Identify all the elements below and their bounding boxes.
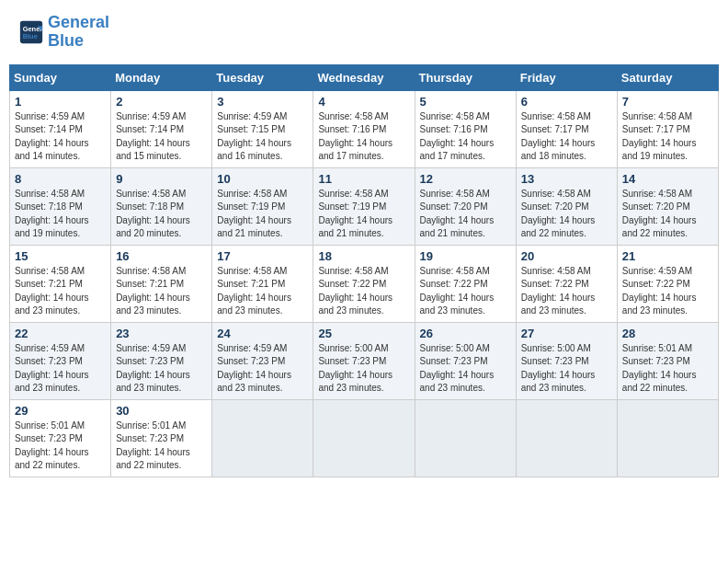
day-number: 3 — [217, 95, 308, 109]
daylight-minutes: and 22 minutes. — [116, 460, 181, 470]
day-info: Sunrise: 4:59 AM Sunset: 7:14 PM Dayligh… — [116, 110, 207, 164]
day-number: 30 — [116, 404, 207, 418]
calendar-cell — [617, 399, 718, 477]
daylight-label: Daylight: 14 hours — [622, 370, 697, 380]
sunrise-label: Sunrise: 4:58 AM — [622, 111, 692, 121]
logo-icon: General Blue — [18, 19, 44, 45]
weekday-wednesday: Wednesday — [313, 64, 415, 90]
weekday-saturday: Saturday — [617, 64, 718, 90]
sunrise-label: Sunrise: 4:58 AM — [217, 266, 287, 276]
sunset-label: Sunset: 7:18 PM — [15, 201, 83, 212]
daylight-minutes: and 23 minutes. — [420, 305, 485, 316]
week-row-5: 29 Sunrise: 5:01 AM Sunset: 7:23 PM Dayl… — [10, 399, 719, 477]
calendar-cell: 20 Sunrise: 4:58 AM Sunset: 7:22 PM Dayl… — [516, 245, 617, 322]
daylight-minutes: and 22 minutes. — [622, 228, 688, 238]
calendar-cell: 8 Sunrise: 4:58 AM Sunset: 7:18 PM Dayli… — [10, 167, 111, 245]
daylight-minutes: and 17 minutes. — [318, 151, 383, 161]
sunset-label: Sunset: 7:23 PM — [116, 356, 184, 366]
sunset-label: Sunset: 7:17 PM — [521, 124, 589, 134]
day-number: 16 — [116, 249, 207, 263]
calendar-cell: 23 Sunrise: 4:59 AM Sunset: 7:23 PM Dayl… — [111, 322, 212, 399]
sunset-label: Sunset: 7:23 PM — [318, 356, 386, 366]
calendar-cell: 19 Sunrise: 4:58 AM Sunset: 7:22 PM Dayl… — [415, 245, 516, 322]
daylight-label: Daylight: 14 hours — [420, 138, 495, 148]
day-info: Sunrise: 4:58 AM Sunset: 7:18 PM Dayligh… — [15, 188, 106, 241]
day-info: Sunrise: 4:58 AM Sunset: 7:16 PM Dayligh… — [420, 110, 511, 164]
sunrise-label: Sunrise: 4:58 AM — [116, 266, 186, 276]
day-number: 14 — [622, 172, 713, 186]
day-number: 28 — [622, 327, 713, 340]
page-header: General Blue GeneralBlue — [9, 9, 719, 55]
sunset-label: Sunset: 7:21 PM — [15, 279, 83, 289]
sunrise-label: Sunrise: 5:01 AM — [116, 420, 186, 431]
sunrise-label: Sunrise: 4:58 AM — [420, 189, 490, 199]
sunset-label: Sunset: 7:14 PM — [116, 124, 184, 134]
svg-text:Blue: Blue — [23, 32, 38, 40]
day-number: 21 — [622, 249, 713, 263]
calendar-body: 1 Sunrise: 4:59 AM Sunset: 7:14 PM Dayli… — [10, 90, 719, 477]
daylight-minutes: and 15 minutes. — [116, 151, 181, 161]
sunset-label: Sunset: 7:20 PM — [622, 201, 690, 212]
day-number: 29 — [15, 404, 106, 418]
sunrise-label: Sunrise: 5:01 AM — [622, 343, 692, 353]
day-info: Sunrise: 4:58 AM Sunset: 7:18 PM Dayligh… — [116, 188, 207, 241]
daylight-label: Daylight: 14 hours — [318, 138, 392, 148]
day-info: Sunrise: 4:58 AM Sunset: 7:22 PM Dayligh… — [521, 265, 612, 318]
weekday-header-row: SundayMondayTuesdayWednesdayThursdayFrid… — [10, 64, 719, 90]
sunrise-label: Sunrise: 4:58 AM — [318, 111, 388, 121]
weekday-friday: Friday — [516, 64, 617, 90]
day-number: 20 — [521, 249, 612, 263]
day-number: 6 — [521, 95, 612, 109]
daylight-label: Daylight: 14 hours — [116, 215, 190, 225]
daylight-minutes: and 21 minutes. — [420, 228, 485, 238]
day-number: 25 — [318, 327, 409, 340]
day-info: Sunrise: 4:58 AM Sunset: 7:20 PM Dayligh… — [622, 188, 713, 241]
day-number: 23 — [116, 327, 207, 340]
calendar-cell: 29 Sunrise: 5:01 AM Sunset: 7:23 PM Dayl… — [10, 399, 111, 477]
calendar-cell: 16 Sunrise: 4:58 AM Sunset: 7:21 PM Dayl… — [111, 245, 212, 322]
calendar-cell: 9 Sunrise: 4:58 AM Sunset: 7:18 PM Dayli… — [111, 167, 212, 245]
day-info: Sunrise: 4:58 AM Sunset: 7:19 PM Dayligh… — [217, 188, 308, 241]
sunrise-label: Sunrise: 4:59 AM — [116, 111, 186, 121]
day-number: 11 — [318, 172, 409, 186]
sunrise-label: Sunrise: 4:58 AM — [521, 266, 591, 276]
daylight-minutes: and 23 minutes. — [622, 305, 688, 316]
sunset-label: Sunset: 7:16 PM — [420, 124, 488, 134]
daylight-label: Daylight: 14 hours — [217, 370, 291, 380]
sunrise-label: Sunrise: 5:00 AM — [521, 343, 591, 353]
day-info: Sunrise: 5:01 AM Sunset: 7:23 PM Dayligh… — [622, 342, 713, 396]
daylight-minutes: and 17 minutes. — [420, 151, 485, 161]
daylight-label: Daylight: 14 hours — [217, 215, 291, 225]
sunrise-label: Sunrise: 4:58 AM — [318, 266, 388, 276]
day-info: Sunrise: 4:58 AM Sunset: 7:17 PM Dayligh… — [521, 110, 612, 164]
sunrise-label: Sunrise: 4:58 AM — [521, 111, 591, 121]
week-row-3: 15 Sunrise: 4:58 AM Sunset: 7:21 PM Dayl… — [10, 245, 719, 322]
weekday-sunday: Sunday — [10, 64, 111, 90]
calendar-cell: 28 Sunrise: 5:01 AM Sunset: 7:23 PM Dayl… — [617, 322, 718, 399]
sunrise-label: Sunrise: 4:59 AM — [217, 343, 287, 353]
sunset-label: Sunset: 7:23 PM — [15, 433, 83, 443]
day-info: Sunrise: 4:58 AM Sunset: 7:21 PM Dayligh… — [15, 265, 106, 318]
daylight-minutes: and 23 minutes. — [318, 383, 383, 393]
logo-text: GeneralBlue — [48, 14, 109, 51]
weekday-monday: Monday — [111, 64, 212, 90]
daylight-label: Daylight: 14 hours — [217, 138, 291, 148]
sunset-label: Sunset: 7:23 PM — [217, 356, 285, 366]
daylight-label: Daylight: 14 hours — [420, 293, 495, 303]
sunrise-label: Sunrise: 4:59 AM — [217, 111, 287, 121]
daylight-minutes: and 23 minutes. — [116, 305, 181, 316]
day-info: Sunrise: 5:00 AM Sunset: 7:23 PM Dayligh… — [318, 342, 409, 396]
day-info: Sunrise: 4:58 AM Sunset: 7:16 PM Dayligh… — [318, 110, 409, 164]
calendar-cell: 2 Sunrise: 4:59 AM Sunset: 7:14 PM Dayli… — [111, 90, 212, 167]
daylight-label: Daylight: 14 hours — [622, 293, 697, 303]
day-info: Sunrise: 4:59 AM Sunset: 7:23 PM Dayligh… — [15, 342, 106, 396]
sunrise-label: Sunrise: 5:00 AM — [318, 343, 388, 353]
day-number: 10 — [217, 172, 308, 186]
sunrise-label: Sunrise: 4:58 AM — [521, 189, 591, 199]
sunset-label: Sunset: 7:20 PM — [420, 201, 488, 212]
day-number: 26 — [420, 327, 511, 340]
sunrise-label: Sunrise: 4:58 AM — [420, 266, 490, 276]
daylight-label: Daylight: 14 hours — [318, 293, 392, 303]
daylight-label: Daylight: 14 hours — [521, 215, 596, 225]
day-info: Sunrise: 4:58 AM Sunset: 7:17 PM Dayligh… — [622, 110, 713, 164]
